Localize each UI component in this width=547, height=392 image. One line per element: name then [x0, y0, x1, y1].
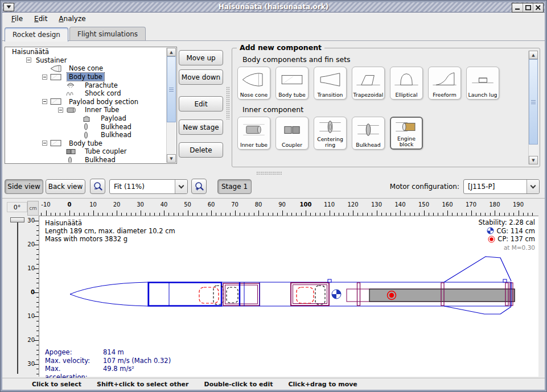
ruler-tick-label: 80 — [250, 201, 267, 208]
trapezoidal-icon — [355, 67, 381, 92]
ruler-tick-label: 150 — [416, 201, 433, 208]
tree-expander-icon[interactable] — [58, 108, 63, 113]
ruler-tick — [93, 211, 94, 216]
menu-edit[interactable]: Edit — [28, 14, 53, 24]
tree-expander-icon[interactable] — [26, 57, 31, 63]
tab-rocket-design[interactable]: Rocket design — [5, 27, 68, 42]
scroll-up-icon[interactable]: ▲ — [529, 51, 538, 59]
ruler-tick — [188, 211, 188, 216]
close-button[interactable] — [533, 3, 543, 12]
launch-lug-shape[interactable] — [328, 279, 331, 282]
ruler-tick-label: 10 — [27, 313, 35, 319]
tree-expander-slot — [42, 75, 50, 80]
tree-expander-slot — [42, 99, 50, 104]
chevron-down-icon[interactable] — [527, 180, 539, 193]
fin-bottom-shape[interactable] — [444, 306, 511, 314]
tree-expander-slot — [26, 57, 34, 63]
add-launch-lug-button[interactable]: Launch lug — [466, 67, 499, 100]
tree-scrollbar[interactable]: ▲ ▼ — [166, 48, 176, 163]
menu-file[interactable]: File — [6, 14, 28, 24]
ruler-tick — [353, 211, 353, 216]
new-stage-button[interactable]: New stage — [179, 119, 223, 135]
add-engine-block-button[interactable]: Engine block — [390, 117, 423, 150]
motor-configuration-select[interactable]: [J115-P] — [463, 179, 540, 194]
minimize-button[interactable] — [512, 3, 523, 12]
flight-info-value: 814 m — [103, 348, 171, 357]
ruler-tick — [471, 211, 472, 216]
ruler-tick-label: 50 — [179, 201, 196, 208]
tree-item-body-tube[interactable]: Body tube — [6, 73, 167, 81]
zoom-level-select[interactable]: Fit (11%) — [109, 179, 188, 194]
horizontal-splitter-handle[interactable] — [256, 171, 282, 175]
tree-item-parachute[interactable]: Parachute — [6, 81, 167, 89]
add-freeform-button[interactable]: Freeform — [428, 67, 461, 100]
zoom-in-button[interactable] — [191, 179, 207, 194]
maximize-button[interactable] — [523, 3, 533, 12]
add-inner-tube-button[interactable]: Inner tube — [237, 117, 270, 150]
component-scrollbar-thumb[interactable] — [529, 59, 538, 145]
tree-expander-icon[interactable] — [42, 75, 47, 80]
tree-item-tube-coupler[interactable]: Tube coupler — [6, 147, 167, 156]
add-transition-button[interactable]: Transition — [314, 67, 347, 100]
fin-top-shape[interactable] — [444, 257, 511, 282]
move-down-button[interactable]: Move down — [179, 69, 223, 85]
tree-item-body-tube[interactable]: Body tube — [6, 139, 167, 148]
add-bulkhead-button[interactable]: Bulkhead — [352, 117, 385, 150]
nosecone-icon — [241, 67, 267, 92]
add-elliptical-button[interactable]: Elliptical — [390, 67, 423, 100]
component-scrollbar[interactable]: ▲ ▼ — [528, 51, 538, 164]
ruler-tick — [377, 211, 377, 216]
rotation-slider-track[interactable] — [17, 218, 18, 374]
tree-item-bulkhead[interactable]: Bulkhead — [6, 156, 167, 163]
delete-button[interactable]: Delete — [179, 142, 223, 158]
tree-item-label: Nose cone — [67, 64, 105, 72]
scroll-down-icon[interactable]: ▼ — [167, 154, 176, 163]
tree-item-bulkhead[interactable]: Bulkhead — [6, 122, 167, 131]
scroll-down-icon[interactable]: ▼ — [529, 156, 538, 164]
launchlug-icon — [470, 67, 496, 92]
title-bar[interactable]: Haisunäätä (haisunaata.ork) — [2, 2, 545, 13]
add-centering-ring-button[interactable]: Centering ring — [314, 117, 347, 150]
component-button-label: Trapezoidal — [353, 92, 384, 98]
tree-scrollbar-thumb[interactable] — [167, 56, 176, 122]
rotation-slider-handle[interactable] — [10, 217, 24, 222]
chevron-down-icon[interactable] — [175, 180, 187, 193]
stage-1-toggle[interactable]: Stage 1 — [217, 179, 252, 194]
tree-item-haisun-t[interactable]: Haisunäätä — [6, 48, 167, 56]
ruler-tick-label: 110 — [321, 201, 338, 208]
cg-value: CG: 114 cm — [496, 227, 535, 236]
menu-analyze[interactable]: Analyze — [53, 14, 91, 24]
vertical-splitter-handle[interactable] — [226, 86, 230, 119]
tree-expander-icon[interactable] — [42, 99, 47, 104]
add-coupler-button[interactable]: Coupler — [275, 117, 309, 150]
tree-item-payload-body-section[interactable]: Payload body section — [6, 98, 167, 106]
tree-item-nose-cone[interactable]: Nose cone — [6, 64, 167, 73]
tree-expander-slot — [58, 108, 66, 113]
status-hint: Click to select — [32, 381, 81, 388]
zoom-out-button[interactable] — [90, 179, 105, 194]
add-body-tube-button[interactable]: Body tube — [275, 67, 309, 100]
add-nose-cone-button[interactable]: Nose cone — [237, 67, 270, 100]
tree-item-payload[interactable]: Payload — [6, 114, 167, 123]
nose-cone-shape[interactable] — [70, 282, 148, 306]
tree-item-label: Payload body section — [67, 98, 140, 106]
back-view-button[interactable]: Back view — [46, 179, 85, 194]
tree-item-shock-cord[interactable]: Shock cord — [6, 89, 167, 98]
ruler-tick — [258, 211, 259, 216]
parachute-icon — [66, 81, 83, 89]
scroll-up-icon[interactable]: ▲ — [167, 48, 176, 56]
edit-button[interactable]: Edit — [179, 96, 223, 112]
tab-flight-simulations[interactable]: Flight simulations — [69, 27, 146, 41]
tree-expander-icon[interactable] — [42, 141, 47, 146]
maximize-icon — [525, 5, 531, 10]
tree-item-bulkhead[interactable]: Bulkhead — [6, 131, 167, 139]
tree-item-sustainer[interactable]: Sustainer — [6, 56, 167, 65]
add-trapezoidal-button[interactable]: Trapezoidal — [352, 67, 385, 100]
tree-item-inner-tube[interactable]: Inner Tube — [6, 106, 167, 114]
ruler-tick-label: 20 — [27, 337, 35, 343]
rocket-canvas[interactable]: Haisunäätä Length 189 cm, max. diameter … — [39, 216, 538, 377]
component-button-label: Elliptical — [394, 92, 418, 98]
side-view-button[interactable]: Side view — [5, 179, 43, 194]
move-up-button[interactable]: Move up — [179, 50, 223, 65]
launch-lug-shape[interactable] — [503, 279, 507, 282]
